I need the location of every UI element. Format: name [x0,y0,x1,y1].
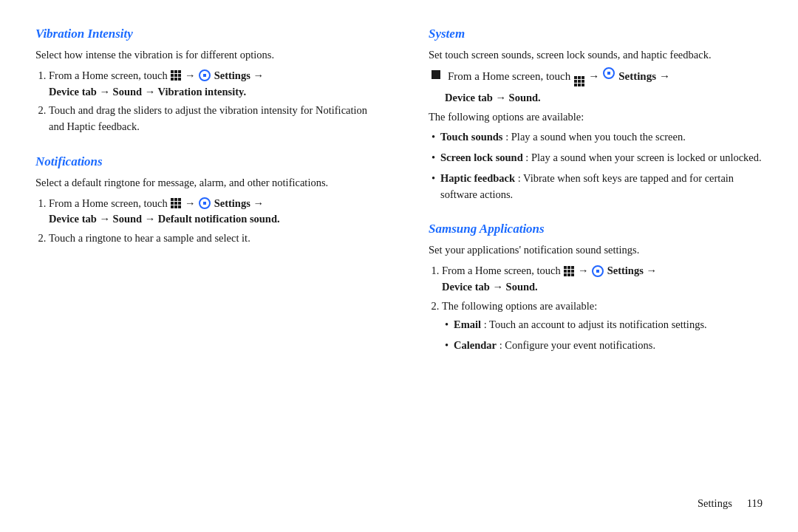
system-option-touch-sounds: Touch sounds : Play a sound when you tou… [432,129,763,146]
samsung-step1-before: From a Home screen, touch [442,265,563,276]
samsung-email-option: Email : Touch an account to adjust its n… [445,317,763,333]
samsung-steps: From a Home screen, touch → Settings → D… [442,263,763,354]
notifications-intro: Select a default ringtone for message, a… [35,175,369,191]
samsung-step-2: The following options are available: Ema… [442,299,763,354]
sys-bold-path-text: Device tab → Sound. [445,92,541,103]
sys-following: The following options are available: [429,109,763,126]
screen-lock-label: Screen lock sound [440,151,523,163]
calendar-label: Calendar [454,339,497,351]
notif-step-1: From a Home screen, touch → Settings → D… [49,196,369,228]
system-bullet-list: From a Home screen, touch → Settings → [432,68,763,87]
system-options-list: Touch sounds : Play a sound when you tou… [432,129,763,202]
samsung-options-list: Email : Touch an account to adjust its n… [445,317,763,354]
notif-step-2: Touch a ringtone to hear a sample and se… [49,231,369,247]
right-column: System Set touch screen sounds, screen l… [399,27,763,490]
samsung-step-1: From a Home screen, touch → Settings → D… [442,263,763,296]
email-label: Email [454,318,481,330]
samsung-step2-text: The following options are available: [442,300,597,312]
content-area: Vibration Intensity Select how intense t… [35,27,763,490]
screen-lock-desc: : Play a sound when your screen is locke… [525,151,761,163]
left-column: Vibration Intensity Select how intense t… [35,27,399,490]
sys-settings-icon [603,67,615,79]
notif-step1-arrow1: → [185,197,198,209]
vibration-intensity-section: Vibration Intensity Select how intense t… [35,27,369,135]
vibration-intro: Select how intense the vibration is for … [35,47,369,64]
step1-text-before: From a Home screen, touch [49,69,170,81]
step1-arrow1: → [185,69,198,81]
notif-step1-arrow2: → [253,197,264,209]
touch-sounds-desc: : Play a sound when you touch the screen… [505,131,686,143]
samsung-step1-bold: Device tab → Sound. [442,281,538,293]
samsung-settings-label: Settings [607,265,647,276]
notif-step1-bold: Device tab → Sound → Default notificatio… [49,213,280,225]
sys-bold-path: Device tab → Sound. [445,90,763,106]
notif-grid-icon [171,198,181,208]
system-title: System [429,27,763,41]
touch-sounds-label: Touch sounds [440,131,503,143]
sys-bullet-before: From a Home screen, touch [448,70,570,83]
step1-arrow2: → [253,69,264,81]
step1-bold: Device tab → Sound → Vibration intensity… [49,86,246,98]
calendar-desc: : Configure your event notifications. [499,339,655,351]
haptic-label: Haptic feedback [440,172,515,184]
settings-icon [199,69,211,81]
notif-step2-text: Touch a ringtone to hear a sample and se… [49,232,250,244]
notif-step1-before: From a Home screen, touch [49,197,170,209]
samsung-arrow2: → [646,265,657,276]
footer-page-number: 119 [747,497,763,510]
samsung-title: Samsung Applications [429,222,763,236]
step2-text: Touch and drag the sliders to adjust the… [49,104,367,132]
system-section: System Set touch screen sounds, screen l… [429,27,763,202]
vibration-step-2: Touch and drag the sliders to adjust the… [49,103,369,135]
system-option-screen-lock: Screen lock sound : Play a sound when yo… [432,150,763,166]
sys-grid-icon [574,76,584,86]
step1-settings: Settings [214,69,253,81]
samsung-calendar-option: Calendar : Configure your event notifica… [445,338,763,354]
vibration-steps: From a Home screen, touch → Settings → D… [49,68,369,135]
notif-settings-icon [199,197,211,209]
samsung-arrow1: → [578,265,591,276]
samsung-grid-icon [564,266,574,276]
system-intro: Set touch screen sounds, screen lock sou… [429,47,763,64]
page: Vibration Intensity Select how intense t… [0,0,798,532]
system-bullet-item: From a Home screen, touch → Settings → [432,68,763,87]
notifications-section: Notifications Select a default ringtone … [35,154,369,247]
notifications-steps: From a Home screen, touch → Settings → D… [49,196,369,247]
bullet-square-icon [432,70,440,79]
sys-arrow1: → [588,70,599,83]
footer-label: Settings [698,497,732,510]
samsung-applications-section: Samsung Applications Set your applicatio… [429,222,763,354]
sys-arrow2: → [659,70,670,83]
grid-icon [171,70,181,81]
email-desc: : Touch an account to adjust its notific… [484,318,707,330]
sys-settings-label: Settings [618,70,656,83]
vibration-step-1: From a Home screen, touch → Settings → D… [49,68,369,100]
notif-step1-settings: Settings [214,197,253,209]
vibration-intensity-title: Vibration Intensity [35,27,369,41]
samsung-settings-icon [592,265,604,277]
system-option-haptic: Haptic feedback : Vibrate when soft keys… [432,171,763,203]
notifications-title: Notifications [35,154,369,169]
footer: Settings 119 [35,490,763,510]
samsung-intro: Set your applications' notification soun… [429,242,763,259]
